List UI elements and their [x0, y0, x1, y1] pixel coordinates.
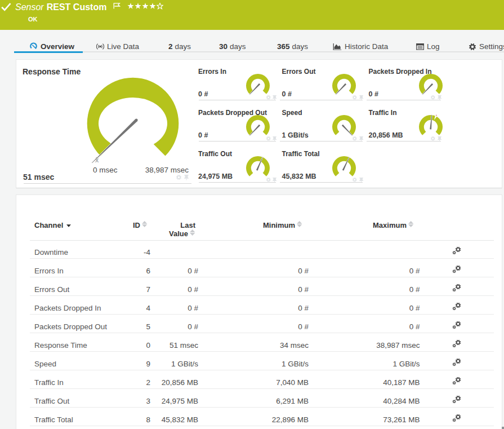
cell-channel: Traffic Out: [34, 397, 69, 405]
gauge-value: 45,832 MB: [282, 173, 316, 180]
cell-minimum: 34 msec: [242, 341, 309, 350]
gauge-scale-min: 0 msec: [93, 166, 118, 174]
settings-gear-icon: [469, 43, 476, 51]
table-row[interactable]: Traffic Total 8 45,832 MB 22,896 MB 73,2…: [16, 408, 503, 426]
gauge-value: 51 msec: [23, 173, 54, 182]
table-row[interactable]: Response Time 0 51 msec 34 msec 38,987 m…: [16, 333, 503, 352]
tab-overview[interactable]: Overview: [29, 42, 74, 51]
cell-minimum: 0 #: [242, 267, 309, 275]
row-separator: [30, 426, 494, 426]
tile-separator: [367, 141, 441, 141]
page-title: REST Custom: [47, 2, 107, 13]
tab-30-days[interactable]: 30 days: [219, 42, 246, 51]
live-data-icon: [96, 43, 104, 50]
table-row[interactable]: Packets Dropped Out 5 0 # 0 # 0 #: [16, 315, 503, 333]
cell-minimum: 1 GBit/s: [242, 360, 309, 368]
priority-flag-icon[interactable]: [113, 3, 121, 9]
cell-maximum: 0 #: [354, 267, 420, 275]
cell-last-value: 24,975 MB: [129, 397, 198, 405]
channel-settings-icon[interactable]: [452, 413, 462, 422]
gauge-settings-gear-icon[interactable]: [176, 174, 182, 180]
tab-365-days-label: days: [292, 42, 309, 51]
column-header-id[interactable]: ID: [106, 221, 148, 229]
status-check-icon: [1, 3, 11, 11]
channel-settings-icon[interactable]: [452, 264, 462, 273]
gauge-tile-errors-out: Errors Out 0 #: [282, 68, 362, 101]
scroll-corner-grip: [502, 427, 504, 429]
cell-maximum: 0 #: [354, 304, 420, 312]
column-header-last-value[interactable]: Last Value: [151, 221, 195, 238]
column-header-channel[interactable]: Channel: [34, 221, 71, 229]
star-filled-icon[interactable]: [127, 3, 134, 10]
gauge-mean-marker: x̄: [95, 156, 99, 164]
cell-channel: Errors In: [34, 267, 64, 275]
cell-channel: Response Time: [34, 341, 87, 350]
cell-maximum: 0 #: [354, 322, 420, 331]
tab-30-days-number: 30: [219, 42, 228, 51]
channel-settings-icon[interactable]: [452, 339, 462, 348]
table-rows: Downtime -4 Errors In 6 0 # 0 # 0 # Erro…: [16, 240, 503, 429]
gauge-title: Speed: [282, 109, 302, 117]
log-icon: [416, 43, 424, 50]
channel-settings-icon[interactable]: [452, 395, 462, 404]
column-header-maximum[interactable]: Maximum: [360, 221, 414, 229]
tab-2-days[interactable]: 2 days: [168, 42, 191, 51]
star-outline-icon[interactable]: [157, 3, 163, 10]
cell-minimum: 0 #: [242, 304, 309, 312]
table-row[interactable]: Traffic In 2 20,856 MB 7,040 MB 40,187 M…: [16, 370, 503, 389]
gauge-pin-icon[interactable]: [184, 174, 189, 180]
cell-channel: Packets Dropped In: [34, 304, 101, 312]
gauge-tile-packets-dropped-in: Packets Dropped In 0 #: [369, 68, 448, 101]
tab-365-days[interactable]: 365 days: [277, 42, 308, 51]
cell-channel: Speed: [34, 360, 56, 368]
channel-settings-icon[interactable]: [452, 246, 462, 255]
table-row[interactable]: Downtime -4: [16, 240, 503, 259]
cell-channel: Traffic Total: [34, 415, 73, 424]
cell-last-value: 0 #: [129, 285, 198, 294]
tab-2-days-label: days: [175, 42, 191, 51]
table-row[interactable]: Errors In 6 0 # 0 # 0 #: [16, 259, 503, 277]
priority-stars[interactable]: [127, 3, 163, 10]
tab-bar: Overview Live Data 2 days 30 days 365 da…: [0, 30, 504, 52]
gauge-tile-traffic-out: Traffic Out 24,975 MB: [198, 150, 278, 184]
tab-log-label: Log: [427, 42, 440, 51]
tile-separator: [24, 183, 191, 184]
column-header-minimum[interactable]: Minimum: [253, 221, 302, 229]
table-row[interactable]: Errors Out 7 0 # 0 # 0 #: [16, 277, 503, 296]
star-filled-icon[interactable]: [149, 3, 156, 10]
sort-icon: [297, 221, 302, 227]
channel-settings-icon[interactable]: [452, 283, 462, 292]
star-filled-icon[interactable]: [135, 3, 141, 10]
gauge-title: Traffic Out: [198, 150, 232, 158]
tab-historic-data[interactable]: Historic Data: [333, 42, 388, 51]
cell-minimum: 7,040 MB: [242, 378, 309, 387]
gauge-title: Traffic In: [369, 109, 397, 117]
cell-minimum: 6,291 MB: [242, 397, 309, 405]
cell-last-value: 20,856 MB: [129, 378, 198, 387]
channel-settings-icon[interactable]: [452, 302, 462, 311]
tab-live-data-label: Live Data: [107, 42, 139, 51]
table-row[interactable]: Packets Dropped In 4 0 # 0 # 0 #: [16, 296, 503, 315]
cell-minimum: 22,896 MB: [242, 415, 309, 424]
channel-settings-icon[interactable]: [452, 320, 462, 329]
gauge-icon: [29, 42, 38, 51]
tab-live-data[interactable]: Live Data: [96, 42, 139, 51]
table-row[interactable]: Speed 9 1 GBit/s 1 GBit/s 1 GBit/s: [16, 352, 503, 370]
channel-settings-icon[interactable]: [452, 376, 462, 385]
channel-settings-icon[interactable]: [452, 357, 462, 366]
tab-log[interactable]: Log: [416, 42, 440, 51]
star-filled-icon[interactable]: [142, 3, 149, 10]
historic-chart-icon: [333, 43, 342, 51]
cell-last-value: 0 #: [129, 267, 198, 275]
tabbar-border: [14, 51, 504, 52]
tile-separator: [199, 182, 276, 183]
cell-last-value: 1 GBit/s: [129, 360, 198, 368]
sort-icon: [142, 221, 148, 227]
tab-settings[interactable]: Settings: [469, 42, 504, 51]
table-row[interactable]: Traffic Out 3 24,975 MB 6,291 MB 40,284 …: [16, 389, 503, 408]
gauge-tile-speed: Speed 1 GBit/s: [282, 109, 362, 143]
sensor-header: Sensor REST Custom OK: [0, 0, 504, 30]
gauge-tile-response-time: Response Time x̄ 0 msec 38,987 msec 51 m…: [16, 60, 205, 189]
cell-maximum: 38,987 msec: [354, 341, 420, 350]
gauge-tile-errors-in: Errors In 0 #: [198, 68, 278, 101]
